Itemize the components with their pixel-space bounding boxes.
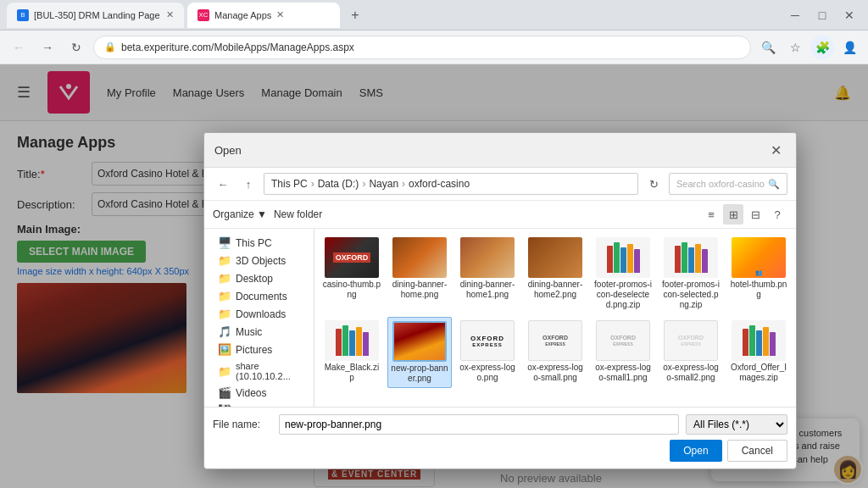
sidebar-system-c[interactable]: 💾 System (C:) xyxy=(204,402,314,407)
file-footer-zip2[interactable]: footer-promos-icon-selected.png.zip xyxy=(659,234,723,313)
file-name-footer-zip2: footer-promos-icon-selected.png.zip xyxy=(661,280,721,310)
tab-close-drm[interactable]: ✕ xyxy=(166,9,174,20)
share-icon: 📁 xyxy=(218,365,231,378)
extensions-icon[interactable]: 🧩 xyxy=(810,36,834,59)
sidebar-desktop[interactable]: 📁 Desktop xyxy=(204,269,314,287)
toolbar-icons: 🔍 ☆ 🧩 👤 xyxy=(756,36,861,59)
file-ox-small2[interactable]: OXFORDEXPRESS ox-express-logo-small2.png xyxy=(659,317,723,388)
filename-input[interactable] xyxy=(279,414,679,435)
search-placeholder: Search oxford-casino xyxy=(676,179,765,189)
dialog-body: 🖥️ This PC 📁 3D Objects 📁 Desktop � xyxy=(204,229,796,407)
minimize-button[interactable]: ─ xyxy=(783,3,807,27)
organize-button[interactable]: Organize ▼ xyxy=(213,208,267,220)
bookmark-star-icon[interactable]: ☆ xyxy=(783,36,807,59)
file-thumb-ox-express-small: OXFORDEXPRESS xyxy=(528,320,582,361)
forward-button[interactable]: → xyxy=(36,36,59,59)
file-name-ox-small1: ox-express-logo-small1.png xyxy=(593,363,653,383)
view-icons: ≡ ⊞ ⊟ ? xyxy=(701,204,787,225)
maximize-button[interactable]: □ xyxy=(810,3,834,27)
file-thumb-make-black xyxy=(325,320,379,361)
file-ox-express-logo[interactable]: OXFORDEXPRESS ox-express-logo.png xyxy=(455,317,520,388)
file-name-ox-express-small: ox-express-logo-small.png xyxy=(526,363,585,383)
file-thumb-footer-zip1 xyxy=(596,237,650,278)
file-thumb-dining3 xyxy=(528,237,582,278)
file-dining3[interactable]: dining-banner-home2.png xyxy=(523,234,587,313)
music-icon: 🎵 xyxy=(218,325,231,338)
file-oxford-offer-zip[interactable]: Oxford_Offer_Images.zip xyxy=(726,317,791,388)
file-ox-small1[interactable]: OXFORDEXPRESS ox-express-logo-small1.png xyxy=(591,317,655,388)
dialog-close-button[interactable]: ✕ xyxy=(765,140,786,160)
file-casino-thumb[interactable]: OXFORD casino-thumb.png xyxy=(320,234,384,313)
this-pc-icon: 🖥️ xyxy=(218,236,231,249)
file-thumb-oxford-offer xyxy=(732,320,786,361)
system-c-icon: 💾 xyxy=(218,404,231,407)
list-view-button[interactable]: ≡ xyxy=(701,204,721,225)
security-lock-icon: 🔒 xyxy=(104,42,116,53)
file-thumb-footer-zip2 xyxy=(664,237,718,278)
file-open-dialog: Open ✕ ← ↑ This PC › Data (D:) › Nayan ›… xyxy=(203,132,797,469)
dialog-refresh-button[interactable]: ↻ xyxy=(643,174,664,194)
help-button[interactable]: ? xyxy=(767,204,787,225)
dialog-cancel-button[interactable]: Cancel xyxy=(727,440,787,462)
file-name-dining2: dining-banner-home1.png xyxy=(458,280,517,300)
address-bar[interactable]: 🔒 beta.experiture.com/MobileApps/ManageA… xyxy=(93,36,751,59)
sidebar-3d-objects[interactable]: 📁 3D Objects xyxy=(204,252,314,269)
videos-icon: 🎬 xyxy=(218,386,231,399)
sidebar-videos[interactable]: 🎬 Videos xyxy=(204,384,314,402)
file-name-ox-express: ox-express-logo.png xyxy=(458,363,517,383)
sidebar-downloads[interactable]: 📁 Downloads xyxy=(204,305,314,323)
dialog-back-button[interactable]: ← xyxy=(213,174,233,194)
profile-icon[interactable]: 👤 xyxy=(837,36,861,59)
desktop-icon: 📁 xyxy=(218,272,231,285)
browser-titlebar: B [BUL-350] DRM Landing Page C... ✕ XC M… xyxy=(0,0,868,30)
details-view-button[interactable]: ⊟ xyxy=(745,204,765,225)
window-close-button[interactable]: ✕ xyxy=(837,3,861,27)
tab-label-drm: [BUL-350] DRM Landing Page C... xyxy=(34,10,161,20)
grid-view-button[interactable]: ⊞ xyxy=(723,204,743,225)
back-button[interactable]: ← xyxy=(7,36,31,59)
new-folder-button[interactable]: New folder xyxy=(274,208,322,220)
file-name-new-prop: new-prop-banner.png xyxy=(390,363,449,384)
filename-label: File name: xyxy=(213,419,272,430)
sidebar-documents[interactable]: 📁 Documents xyxy=(204,287,314,305)
breadcrumb-bar[interactable]: This PC › Data (D:) › Nayan › oxford-cas… xyxy=(264,173,638,195)
downloads-icon: 📁 xyxy=(218,308,231,320)
sidebar-this-pc[interactable]: 🖥️ This PC xyxy=(204,234,314,252)
file-ox-express-small[interactable]: OXFORDEXPRESS ox-express-logo-small.png xyxy=(523,317,587,388)
dialog-titlebar: Open ✕ xyxy=(204,133,796,168)
file-dining2[interactable]: dining-banner-home1.png xyxy=(455,234,520,313)
browser-content: ☰ My Profile Manage Users Manage Domain … xyxy=(0,64,868,488)
file-name-footer-zip1: footer-promos-icon-deselected.png.zip xyxy=(593,280,653,310)
reload-button[interactable]: ↻ xyxy=(64,36,88,59)
dialog-footer: File name: All Files (*.*) Open Cancel xyxy=(204,407,796,469)
new-tab-button[interactable]: + xyxy=(343,3,367,27)
dialog-open-button[interactable]: Open xyxy=(670,440,721,462)
documents-icon: 📁 xyxy=(218,290,231,302)
file-dining1[interactable]: dining-banner-home.png xyxy=(387,234,452,313)
dialog-actions: Organize ▼ New folder ≡ ⊞ ⊟ ? xyxy=(204,201,796,229)
file-new-prop-banner[interactable]: new-prop-banner.png xyxy=(387,317,452,388)
dialog-toolbar: ← ↑ This PC › Data (D:) › Nayan › oxford… xyxy=(204,168,796,201)
tab-drm[interactable]: B [BUL-350] DRM Landing Page C... ✕ xyxy=(7,3,184,28)
dialog-up-button[interactable]: ↑ xyxy=(238,174,259,194)
filename-row: File name: All Files (*.*) xyxy=(213,414,787,435)
file-footer-zip1[interactable]: footer-promos-icon-deselected.png.zip xyxy=(591,234,655,313)
file-make-black-zip[interactable]: Make_Black.zip xyxy=(320,317,384,388)
filetype-select[interactable]: All Files (*.*) xyxy=(686,414,787,435)
address-text: beta.experiture.com/MobileApps/ManageApp… xyxy=(121,42,354,53)
tab-manage-apps[interactable]: XC Manage Apps ✕ xyxy=(187,3,340,28)
sidebar-share[interactable]: 📁 share (10.10.10.2... xyxy=(204,358,314,384)
sidebar-music[interactable]: 🎵 Music xyxy=(204,323,314,341)
tab-label-manage: Manage Apps xyxy=(214,10,271,20)
file-name-hotel-thumb: hotel-thumb.png xyxy=(729,280,788,300)
file-name-casino: casino-thumb.png xyxy=(322,280,381,300)
sidebar-pictures[interactable]: 🖼️ Pictures xyxy=(204,341,314,358)
file-hotel-thumb[interactable]: 👥 hotel-thumb.png xyxy=(726,234,791,313)
dialog-search-box[interactable]: Search oxford-casino 🔍 xyxy=(669,173,787,195)
file-thumb-ox-small2: OXFORDEXPRESS xyxy=(664,320,718,361)
3d-objects-icon: 📁 xyxy=(218,254,231,267)
file-thumb-dining1 xyxy=(392,237,447,278)
tab-icon-manage: XC xyxy=(198,9,209,21)
tab-close-manage[interactable]: ✕ xyxy=(276,9,284,20)
search-icon[interactable]: 🔍 xyxy=(756,36,780,59)
